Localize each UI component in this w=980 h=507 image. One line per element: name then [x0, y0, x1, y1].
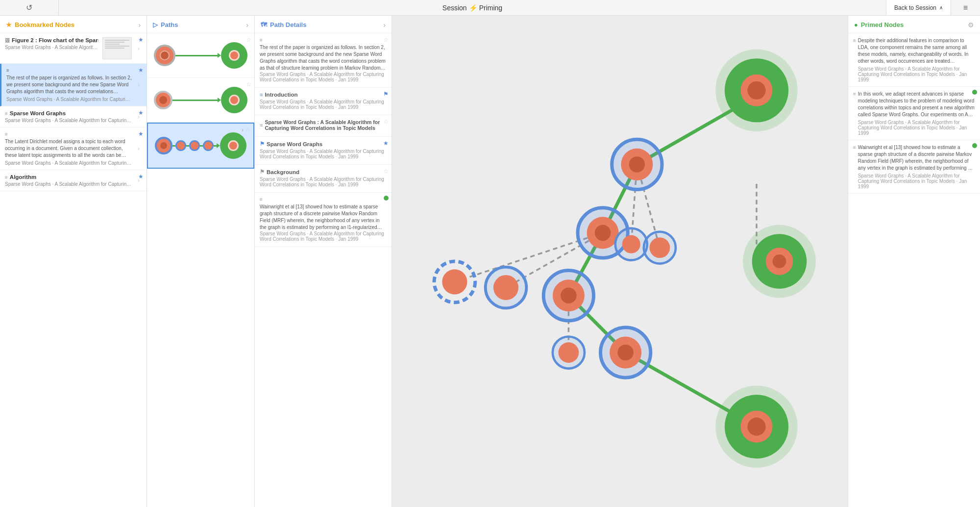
bookmarked-nodes-list: 🖼 Figure 2 : Flow chart of the Sparse Wo…	[0, 33, 147, 507]
graph-node-8	[558, 342, 579, 363]
bookmarked-node-3-source: Sparse Word Graphs · A Scalable Algorith…	[5, 118, 132, 123]
map-icon: 🗺	[261, 21, 267, 28]
detail-2-bookmark[interactable]: ⚑	[383, 91, 389, 98]
bookmarked-node-1-thumbnail	[102, 37, 132, 59]
graph-svg	[392, 16, 848, 507]
bookmarked-node-2[interactable]: ≡ The rest of the paper is organized as …	[0, 64, 147, 106]
primed-2-green-dot	[972, 90, 977, 95]
path-2-line	[172, 100, 218, 101]
path-details-header: 🗺 Path Details ›	[255, 16, 392, 33]
lightning-icon: ⚡	[469, 4, 477, 12]
graph-node-9	[622, 235, 640, 254]
path-card-2[interactable]: ☆	[147, 78, 254, 123]
bookmarked-node-4[interactable]: ≡ The Latent Dirichlet model assigns a t…	[0, 127, 147, 170]
detail-4-source: Sparse Word Graphs · A Scalable Algorith…	[260, 149, 387, 159]
path-card-1[interactable]: ☆	[147, 33, 254, 78]
path-3-start-node	[155, 137, 172, 154]
bookmark-star-1[interactable]: ★	[138, 36, 144, 43]
path-1-bookmark[interactable]: ☆	[246, 36, 251, 43]
detail-1-bookmark[interactable]: ☆	[383, 36, 389, 43]
graph-node-5	[442, 269, 467, 294]
detail-3-title: ≡ Sparse Word Graphs : A Scalable Algori…	[260, 119, 387, 131]
path-3-end-node	[220, 132, 246, 159]
graph-area[interactable]	[392, 16, 848, 507]
detail-1-text: The rest of the paper is organized as fo…	[260, 44, 387, 72]
path-3-bookmark[interactable]: ☆	[245, 127, 250, 133]
top-bar-right: Back to Session ∧ ≡	[886, 0, 980, 15]
detail-card-4[interactable]: ⚑ Sparse Word Graphs Sparse Word Graphs …	[255, 137, 392, 165]
refresh-icon[interactable]: ↺	[26, 3, 32, 12]
bookmarked-node-5-content: ≡ Algorithm Sparse Word Graphs · A Scala…	[5, 174, 132, 187]
star-icon: ★	[6, 21, 12, 28]
bookmarked-node-2-text: The rest of the paper is organized as fo…	[6, 75, 132, 95]
bookmark-star-2[interactable]: ★	[138, 67, 144, 74]
path-card-3[interactable]: ☆ ›	[147, 123, 254, 169]
path-1-line	[175, 55, 218, 56]
primed-3-source: Sparse Word Graphs · A Scalable Algorith…	[858, 173, 975, 189]
back-session-button[interactable]: Back to Session ∧	[886, 0, 951, 15]
bookmarked-node-2-title: ≡	[6, 68, 132, 73]
menu-button[interactable]: ≡	[951, 0, 980, 15]
primed-card-1[interactable]: ≡ Despite their additional features in c…	[848, 33, 980, 87]
bookmarked-node-4-source: Sparse Word Graphs · A Scalable Algorith…	[5, 160, 132, 166]
bookmarked-node-1-title: 🖼 Figure 2 : Flow chart of the Sparse Wo…	[5, 37, 98, 43]
detail-3-bookmark[interactable]: ☆	[383, 118, 389, 125]
path-2-end-node	[221, 87, 247, 113]
bookmarked-node-3[interactable]: ≡ Sparse Word Graphs Sparse Word Graphs …	[0, 106, 147, 127]
main-content: ★ Bookmarked Nodes › 🖼 Figure 2 : Flow c…	[0, 16, 980, 507]
path-3-node-4	[203, 140, 214, 151]
bookmarked-node-1[interactable]: 🖼 Figure 2 : Flow chart of the Sparse Wo…	[0, 33, 147, 64]
detail-card-6[interactable]: ≡ Wainwright et al [13] showed how to es…	[255, 193, 392, 247]
bookmark-star-4[interactable]: ★	[138, 130, 144, 137]
primed-nodes-header: ● Primed Nodes ⚙	[848, 16, 980, 33]
primed-nodes-panel: ● Primed Nodes ⚙ ≡ Despite their additio…	[848, 16, 980, 507]
primed-1-source: Sparse Word Graphs · A Scalable Algorith…	[858, 66, 975, 82]
detail-card-3[interactable]: ≡ Sparse Word Graphs : A Scalable Algori…	[255, 115, 392, 137]
detail-6-green-dot	[384, 196, 389, 201]
graph-node-4-core	[595, 225, 611, 241]
detail-6-text: Wainwright et al [13] showed how to esti…	[260, 203, 387, 231]
primed-card-3[interactable]: ≡ Wainwright et al [13] showed how to es…	[848, 140, 980, 194]
path-2-visual	[151, 82, 250, 118]
path-details-list: ≡ The rest of the paper is organized as …	[255, 33, 392, 507]
detail-4-title: ⚑ Sparse Word Graphs	[260, 141, 387, 147]
detail-2-source: Sparse Word Graphs · A Scalable Algorith…	[260, 99, 387, 110]
detail-2-title: ≡ Introduction	[260, 92, 387, 98]
detail-card-5[interactable]: ⚑ Background Sparse Word Graphs · A Scal…	[255, 165, 392, 193]
top-bar: ↺ Session ⚡ Priming Back to Session ∧ ≡	[0, 0, 980, 16]
primed-card-2[interactable]: ≡ In this work, we adapt recent advances…	[848, 87, 980, 140]
bookmarked-node-2-content: ≡ The rest of the paper is organized as …	[6, 68, 132, 102]
detail-5-title: ⚑ Background	[260, 169, 387, 175]
path-2-bookmark[interactable]: ☆	[246, 81, 251, 88]
detail-4-bookmark[interactable]: ★	[383, 140, 389, 147]
path-3-node-2	[175, 140, 186, 151]
paths-expand-icon[interactable]: ›	[246, 21, 248, 29]
path-details-expand-icon[interactable]: ›	[383, 21, 386, 29]
path-details-title: 🗺 Path Details	[261, 21, 306, 28]
graph-node-3	[649, 237, 670, 258]
bookmarked-node-4-content: ≡ The Latent Dirichlet model assigns a t…	[5, 131, 132, 166]
bookmark-star-5[interactable]: ★	[138, 173, 144, 180]
top-bar-left: ↺	[0, 0, 59, 15]
path-2-start-node	[154, 91, 172, 109]
graph-node-11-core	[773, 254, 786, 268]
bookmark-star-3[interactable]: ★	[138, 109, 144, 116]
paths-panel: ▷ Paths ›	[147, 16, 255, 507]
app-title: Session ⚡ Priming	[59, 4, 886, 12]
settings-icon[interactable]: ⚙	[968, 21, 974, 29]
graph-node-10-core	[617, 345, 634, 361]
primed-actions: ⚙	[968, 21, 974, 29]
bookmarked-node-4-title: ≡	[5, 131, 132, 137]
primed-3-green-dot	[972, 143, 977, 148]
hamburger-icon: ≡	[963, 3, 968, 12]
expand-icon[interactable]: ›	[138, 21, 141, 29]
path-3-expand[interactable]: ›	[242, 127, 244, 133]
bookmarked-node-5[interactable]: ≡ Algorithm Sparse Word Graphs · A Scala…	[0, 170, 147, 191]
detail-5-bookmark[interactable]: ☆	[383, 168, 389, 175]
graph-node-6	[493, 275, 518, 300]
detail-card-2[interactable]: ≡ Introduction Sparse Word Graphs · A Sc…	[255, 88, 392, 115]
bookmarked-nodes-panel: ★ Bookmarked Nodes › 🖼 Figure 2 : Flow c…	[0, 16, 147, 507]
graph-node-7-core	[561, 287, 577, 304]
path-1-start-node	[154, 45, 175, 66]
detail-card-1[interactable]: ≡ The rest of the paper is organized as …	[255, 33, 392, 88]
